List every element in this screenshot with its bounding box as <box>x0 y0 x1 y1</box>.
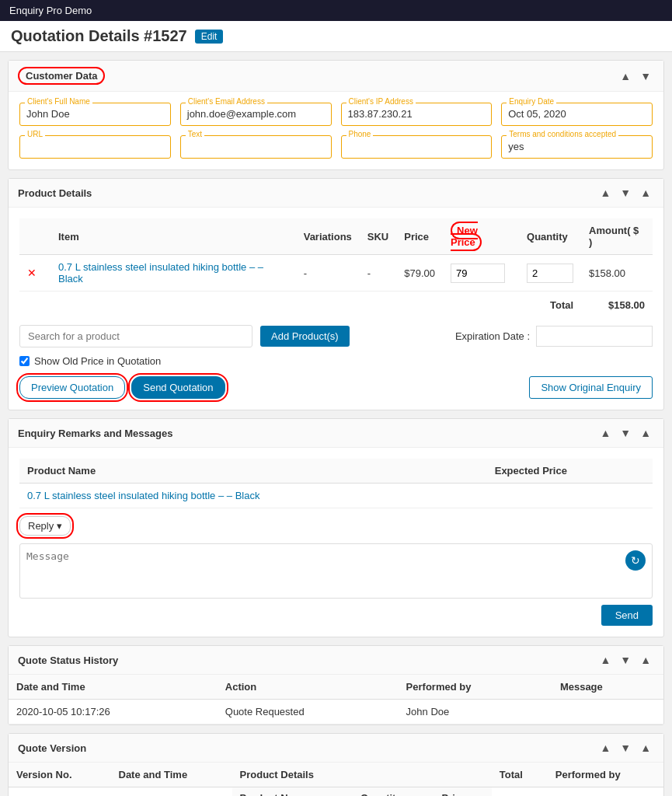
email-field: Client's Email Address john.doe@example.… <box>180 103 332 126</box>
full-name-value: John Doe <box>26 108 164 122</box>
text-field: Text <box>180 135 332 159</box>
history-message <box>552 700 663 724</box>
total-value: $158.00 <box>581 292 653 318</box>
show-original-btn[interactable]: Show Original Enquiry <box>529 376 653 399</box>
enquiry-remarks-expand[interactable]: ▲ <box>637 425 654 441</box>
page-header: Quotation Details #1527 Edit <box>0 21 672 52</box>
col-expected-price: Expected Price <box>487 459 653 484</box>
customer-data-title: Customer Data <box>18 67 105 85</box>
col-sku: SKU <box>360 218 396 255</box>
history-action: Quote Requested <box>218 700 399 724</box>
quote-version-collapse-down[interactable]: ▼ <box>617 740 634 756</box>
product-details-section: Product Details ▲ ▼ ▲ Item Variations SK… <box>8 178 664 410</box>
ip-label: Client's IP Address <box>346 97 416 106</box>
search-expiry-row: Add Product(s) Expiration Date : <box>19 325 653 347</box>
terms-value: yes <box>508 141 646 155</box>
expiration-date-input[interactable] <box>536 326 653 347</box>
enquiry-date-label: Enquiry Date <box>507 97 556 106</box>
remarks-product-link[interactable]: 0.7 L stainless steel insulated hiking b… <box>27 490 259 501</box>
show-old-price-checkbox[interactable] <box>19 356 30 366</box>
col-price: Price <box>396 218 443 255</box>
terms-label: Terms and conditions accepted <box>507 130 618 138</box>
customer-data-section: Customer Data ▲ ▼ Client's Full Name Joh… <box>8 60 664 170</box>
app-title: Enquiry Pro Demo <box>9 5 92 16</box>
phone-label: Phone <box>346 130 374 138</box>
product-details-controls: ▲ ▼ ▲ <box>597 185 654 201</box>
product-sku: - <box>360 255 396 292</box>
quantity-input[interactable] <box>527 264 573 283</box>
col-datetime: Date and Time <box>9 675 218 700</box>
enquiry-remarks-title: Enquiry Remarks and Messages <box>18 428 172 439</box>
show-old-price-row: Show Old Price in Quotation <box>19 355 653 367</box>
product-details-body: Item Variations SKU Price New Price Quan… <box>9 208 663 410</box>
top-bar: Enquiry Pro Demo <box>0 0 672 21</box>
add-product-btn[interactable]: Add Product(s) <box>260 326 350 347</box>
full-name-label: Client's Full Name <box>25 97 92 106</box>
customer-data-controls: ▲ ▼ <box>617 68 654 84</box>
history-performed: John Doe <box>399 700 552 724</box>
quote-status-collapse-down[interactable]: ▼ <box>617 652 634 668</box>
url-field: URL <box>19 135 171 159</box>
message-area: ↻ <box>19 543 653 599</box>
enquiry-remarks-collapse-down[interactable]: ▼ <box>617 425 634 441</box>
phone-field: Phone <box>341 135 493 159</box>
quote-version-header: Quote Version ▲ ▼ ▲ <box>9 734 663 763</box>
customer-data-collapse-down[interactable]: ▼ <box>637 68 654 84</box>
enquiry-remarks-collapse-up[interactable]: ▲ <box>597 425 614 441</box>
quote-status-section: Quote Status History ▲ ▼ ▲ Date and Time… <box>8 645 664 725</box>
remarks-table: Product Name Expected Price 0.7 L stainl… <box>19 459 653 508</box>
customer-data-collapse-up[interactable]: ▲ <box>617 68 634 84</box>
product-price: $79.00 <box>396 255 443 292</box>
email-label: Client's Email Address <box>186 97 267 106</box>
quote-version-body: Version No. Date and Time Product Detail… <box>9 763 663 796</box>
col-version-total: Total <box>492 763 548 787</box>
quote-status-title: Quote Status History <box>18 655 118 666</box>
page-title: Quotation Details #1527 <box>11 27 187 45</box>
preview-quotation-btn[interactable]: Preview Quotation <box>19 376 125 399</box>
col-amount: Amount( $ ) <box>581 218 653 255</box>
terms-field: Terms and conditions accepted yes <box>501 135 653 159</box>
product-details-collapse-up[interactable]: ▲ <box>597 185 614 201</box>
col-product-name: Product Name <box>19 459 487 484</box>
quote-version-collapse-up[interactable]: ▲ <box>597 740 614 756</box>
customer-fields-row2: URL Text Phone Terms and conditions acce… <box>19 135 653 159</box>
product-details-collapse-down[interactable]: ▼ <box>617 185 634 201</box>
enquiry-remarks-body: Product Name Expected Price 0.7 L stainl… <box>9 448 663 637</box>
col-variations: Variations <box>296 218 360 255</box>
col-quantity: Quantity <box>519 218 581 255</box>
product-link[interactable]: 0.7 L stainless steel insulated hiking b… <box>58 261 263 285</box>
customer-fields-row1: Client's Full Name John Doe Client's Ema… <box>19 103 653 126</box>
total-row: Total $158.00 <box>19 292 653 318</box>
send-quotation-btn[interactable]: Send Quotation <box>131 376 225 399</box>
phone-value <box>348 141 486 155</box>
text-label: Text <box>186 130 204 138</box>
show-old-price-label: Show Old Price in Quotation <box>34 355 161 367</box>
reply-button[interactable]: Reply ▾ <box>19 516 71 536</box>
sub-col-price: Price <box>433 787 491 797</box>
refresh-btn[interactable]: ↻ <box>625 550 646 571</box>
quote-status-collapse-up[interactable]: ▲ <box>597 652 614 668</box>
url-label: URL <box>25 130 45 138</box>
new-price-input[interactable] <box>451 264 505 283</box>
col-item: Item <box>50 218 296 255</box>
quote-version-expand[interactable]: ▲ <box>637 740 654 756</box>
history-row: 2020-10-05 10:17:26 Quote Requested John… <box>9 700 663 724</box>
page-badge: Edit <box>195 30 224 44</box>
col-version-no: Version No. <box>9 763 111 787</box>
col-action: Action <box>218 675 399 700</box>
remarks-row: 0.7 L stainless steel insulated hiking b… <box>19 484 653 508</box>
product-details-header: Product Details ▲ ▼ ▲ <box>9 179 663 208</box>
product-variations: - <box>296 255 360 292</box>
product-details-expand[interactable]: ▲ <box>637 185 654 201</box>
search-product-input[interactable] <box>19 325 252 347</box>
quote-status-expand[interactable]: ▲ <box>637 652 654 668</box>
message-input[interactable] <box>26 550 646 589</box>
url-value <box>26 141 164 155</box>
delete-product-btn[interactable]: ✕ <box>27 267 37 279</box>
quote-version-title: Quote Version <box>18 742 86 754</box>
send-message-btn[interactable]: Send <box>601 605 653 626</box>
total-label: Total <box>19 292 581 318</box>
product-row: ✕ 0.7 L stainless steel insulated hiking… <box>19 255 653 292</box>
col-message: Message <box>552 675 663 700</box>
sub-col-name: Product Name <box>232 787 353 797</box>
